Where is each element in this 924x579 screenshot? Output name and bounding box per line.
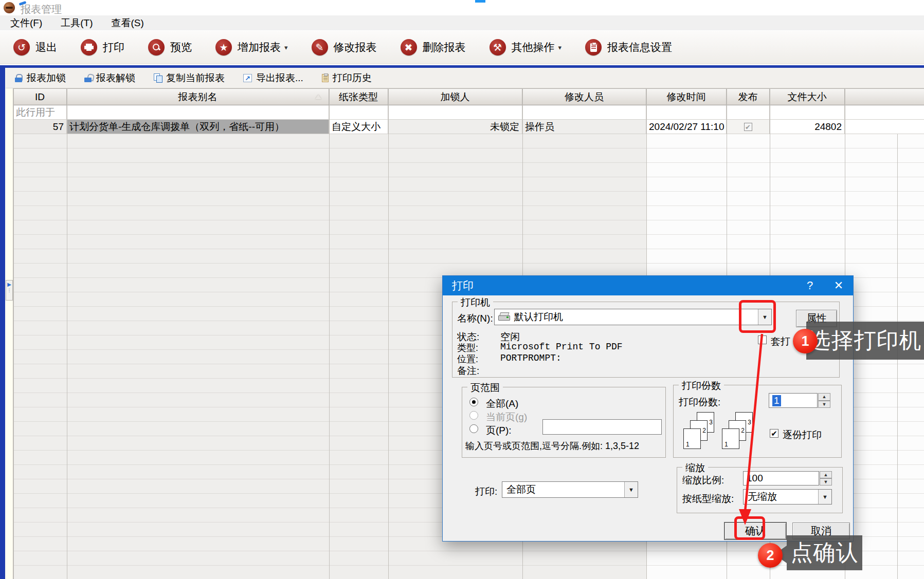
- row-cell-id[interactable]: 57: [13, 120, 67, 134]
- range-all-radio[interactable]: [469, 398, 478, 406]
- delete-icon: ✖: [401, 39, 417, 55]
- page-range-group: 页范围 全部(A) 当前页(g) 页(P): 输入页号或页范围,逗号分隔.例如:…: [462, 387, 666, 458]
- left-panel-rail: [0, 68, 5, 579]
- lock-report-button[interactable]: 报表加锁: [15, 71, 66, 85]
- filter-cell[interactable]: [646, 105, 727, 120]
- annotation-box-dropdown: [739, 300, 776, 333]
- panel-expander-handle[interactable]: ▶⋮: [6, 280, 13, 301]
- print-dialog-titlebar[interactable]: 打印 ? ✕: [443, 276, 853, 295]
- printer-small-icon: [498, 312, 510, 322]
- row-cell-alias-selected[interactable]: 计划分货单-生成仓库调拨单（双列，省纸--可用）: [67, 120, 329, 134]
- preview-icon: [148, 39, 165, 55]
- copies-spinner[interactable]: ▲ ▼: [818, 393, 830, 408]
- zoom-group: 缩放 缩放比例: 100 ▲ ▼ 按纸型缩放: 无缩放 ▼: [677, 467, 843, 513]
- spinner-up-icon[interactable]: ▲: [818, 393, 830, 401]
- column-header-alias[interactable]: 报表别名: [67, 88, 329, 105]
- menu-bar: 文件(F) 工具(T) 查看(S): [0, 15, 924, 30]
- window-title: 报表管理: [21, 3, 62, 16]
- tools-icon: ⚒: [490, 39, 506, 55]
- filter-cell[interactable]: [770, 105, 845, 120]
- star-icon: ★: [215, 39, 232, 55]
- app-window: 报表管理 文件(F) 工具(T) 查看(S) ↺ 退出 打印 预览 ★ 增加报表…: [0, 0, 924, 579]
- printer-name-label: 名称(N):: [457, 312, 493, 325]
- column-header-extra: [845, 88, 924, 105]
- range-current-radio[interactable]: [469, 411, 478, 420]
- chevron-down-icon: ▾: [284, 44, 288, 51]
- report-info-settings-button[interactable]: 报表信息设置: [585, 39, 672, 55]
- row-cell-lock-user[interactable]: 未锁定: [388, 120, 522, 134]
- column-header-file-size[interactable]: 文件大小: [770, 88, 845, 105]
- scale-spinner[interactable]: ▲ ▼: [820, 471, 832, 485]
- filter-cell[interactable]: [522, 105, 646, 120]
- row-cell-modified-by[interactable]: 操作员: [522, 120, 646, 134]
- spinner-down-icon[interactable]: ▼: [818, 401, 830, 408]
- collate-checkbox[interactable]: ✔: [770, 429, 778, 438]
- filter-row-label[interactable]: 此行用于: [13, 105, 67, 120]
- menu-tools[interactable]: 工具(T): [55, 15, 99, 31]
- column-header-published[interactable]: 发布: [727, 88, 770, 105]
- add-report-button[interactable]: ★ 增加报表 ▾: [215, 39, 288, 55]
- printer-location-value: PORTPROMPT:: [500, 353, 561, 363]
- unlock-report-button[interactable]: 报表解锁: [84, 71, 135, 85]
- app-icon: [4, 2, 15, 13]
- scale-input[interactable]: 100: [743, 471, 819, 485]
- top-blue-artifact: [475, 0, 485, 3]
- other-actions-button[interactable]: ⚒ 其他操作 ▾: [490, 39, 562, 55]
- overlay-print-checkbox[interactable]: [758, 335, 767, 344]
- export-report-button[interactable]: ↗ 导出报表...: [243, 71, 303, 85]
- spinner-down-icon[interactable]: ▼: [820, 478, 832, 485]
- copy-report-button[interactable]: 复制当前报表: [154, 71, 225, 85]
- filter-cell[interactable]: [67, 105, 329, 120]
- column-header-paper-type[interactable]: 纸张类型: [329, 88, 388, 105]
- preview-button[interactable]: 预览: [148, 39, 192, 55]
- published-checkbox[interactable]: ✔: [744, 123, 752, 131]
- pages-input[interactable]: [542, 419, 662, 435]
- column-header-lock-user[interactable]: 加锁人: [388, 88, 522, 105]
- report-toolbar: 报表加锁 报表解锁 复制当前报表 ↗ 导出报表... 打印历史: [6, 68, 924, 88]
- copy-icon: [154, 73, 162, 82]
- filter-cell[interactable]: [727, 105, 770, 120]
- help-button[interactable]: ?: [795, 276, 824, 295]
- filter-cell[interactable]: [329, 105, 388, 120]
- print-dialog-title: 打印: [452, 278, 795, 293]
- fit-paper-combobox[interactable]: 无缩放 ▼: [743, 489, 832, 505]
- left-panel-strip: [5, 68, 13, 579]
- dropdown-arrow-icon[interactable]: ▼: [818, 490, 831, 504]
- printer-icon: [81, 39, 97, 55]
- filter-cell: [845, 105, 924, 120]
- clipboard-icon: [585, 39, 602, 55]
- range-pages-radio[interactable]: [469, 424, 478, 433]
- annotation-box-ok: [734, 516, 765, 540]
- exit-button[interactable]: ↺ 退出: [13, 39, 57, 55]
- print-history-button[interactable]: 打印历史: [322, 71, 372, 85]
- row-cell-file-size[interactable]: 24802: [770, 120, 845, 134]
- edit-report-button[interactable]: ✎ 修改报表: [312, 39, 377, 55]
- annotation-step1-label: 选择打印机: [806, 322, 924, 360]
- row-cell-published[interactable]: ✔: [727, 120, 770, 134]
- printer-name-combobox[interactable]: 默认打印机 ▼: [494, 309, 772, 325]
- window-titlebar: 报表管理: [0, 0, 924, 15]
- row-cell-paper-type[interactable]: 自定义大小: [329, 120, 388, 134]
- annotation-step2-badge: 2: [758, 543, 783, 568]
- filter-cell[interactable]: [388, 105, 522, 120]
- print-what-label: 打印:: [475, 485, 497, 498]
- column-header-modified-by[interactable]: 修改人员: [522, 88, 646, 105]
- pencil-icon: ✎: [312, 39, 328, 55]
- menu-file[interactable]: 文件(F): [4, 15, 48, 31]
- row-cell-modified-time[interactable]: 2024/02/27 11:10: [646, 120, 727, 134]
- spinner-up-icon[interactable]: ▲: [820, 471, 832, 478]
- collate-pages-icon: 3 2 1: [721, 412, 753, 455]
- menu-view[interactable]: 查看(S): [105, 15, 150, 31]
- chevron-down-icon: ▾: [558, 44, 562, 51]
- delete-report-button[interactable]: ✖ 删除报表: [401, 39, 466, 55]
- print-what-combobox[interactable]: 全部页 ▼: [502, 481, 638, 498]
- dropdown-arrow-icon[interactable]: ▼: [624, 482, 638, 497]
- print-button[interactable]: 打印: [81, 39, 124, 55]
- close-icon[interactable]: ✕: [824, 276, 853, 295]
- overlay-print-label: 套打: [771, 335, 790, 348]
- lock-icon: [15, 74, 23, 82]
- page-range-hint: 输入页号或页范围,逗号分隔.例如: 1,3,5-12: [465, 440, 639, 452]
- copies-input[interactable]: 1: [769, 393, 818, 408]
- column-header-id[interactable]: ID: [13, 88, 67, 105]
- column-header-modified-time[interactable]: 修改时间: [646, 88, 727, 105]
